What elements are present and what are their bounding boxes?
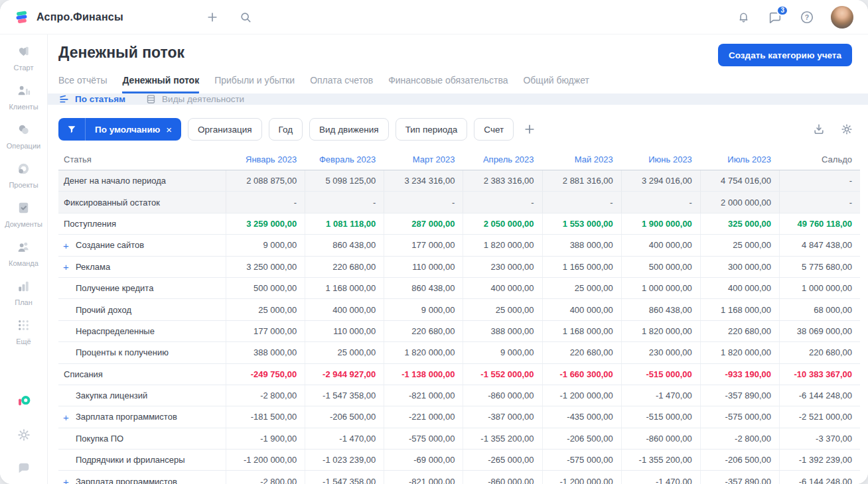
partner-logo-icon[interactable] [16, 394, 32, 410]
value-cell: 287 000,00 [384, 213, 463, 234]
value-cell: 4 754 016,00 [700, 170, 779, 191]
column-header[interactable]: Июль 2023 [700, 149, 779, 170]
value-cell: 2 881 316,00 [542, 170, 621, 191]
table-settings-icon[interactable] [839, 121, 855, 137]
value-cell: -1 023 239,00 [305, 450, 384, 470]
svg-text:?: ? [805, 13, 809, 21]
table-row: +Зарплата программистов-181 500,00-206 5… [58, 406, 860, 428]
column-header[interactable]: Май 2023 [542, 149, 621, 170]
filter-chips: ОрганизацияГодВид движенияТип периодаСче… [188, 118, 514, 141]
sidebar-item-plan[interactable]: План [5, 278, 42, 306]
subtab-activity-kind[interactable]: Виды деятельности [145, 93, 244, 105]
value-cell: 388 000,00 [463, 321, 542, 341]
value-cell: 1 168 000,00 [542, 321, 621, 341]
value-cell: -1 547 358,00 [305, 471, 384, 484]
table-header: СтатьяЯнварь 2023Февраль 2023Март 2023Ап… [58, 149, 860, 170]
search-icon[interactable] [238, 9, 253, 25]
active-filter-pill[interactable]: По умолчанию × [58, 118, 181, 141]
settings-icon[interactable] [16, 427, 32, 443]
value-cell: -206 500,00 [305, 406, 384, 427]
value-cell: 220 680,00 [542, 342, 621, 363]
column-header[interactable]: Февраль 2023 [305, 149, 384, 170]
page-title: Денежный поток [58, 44, 184, 62]
brand-logo-icon [13, 9, 31, 26]
expand-icon[interactable]: + [63, 412, 69, 422]
tab-profit-loss[interactable]: Прибыли и убытки [214, 75, 295, 93]
tab-liabilities[interactable]: Финансовые обязательства [388, 75, 508, 93]
value-cell: -1 200 000,00 [226, 450, 305, 470]
value-cell: -2 800,00 [226, 471, 305, 484]
add-filter-icon[interactable] [522, 121, 538, 137]
tab-invoices[interactable]: Оплата счетов [310, 75, 373, 93]
row-label-cell: +Зарплата программистов [58, 406, 226, 427]
table-row: Фиксированный остаток------2 000 000,00- [58, 192, 860, 213]
tab-all-reports[interactable]: Все отчёты [58, 75, 107, 93]
row-label-cell: +Реклама [58, 257, 226, 277]
value-cell: -1 200 000,00 [542, 471, 621, 484]
filter-chip[interactable]: Счет [474, 118, 514, 141]
value-cell: 4 847 438,00 [779, 235, 860, 255]
value-cell: 2 383 316,00 [463, 170, 542, 191]
expand-icon[interactable]: + [63, 477, 69, 484]
sidebar-item-label: Документы [5, 220, 42, 228]
value-cell: 500 000,00 [621, 257, 700, 277]
add-icon[interactable] [204, 9, 220, 25]
filter-chip[interactable]: Год [269, 118, 303, 141]
sidebar-item-operations[interactable]: Операции [5, 122, 42, 150]
row-label: Зарплата программистов [58, 477, 177, 484]
table-row: Нераспределенные177 000,00110 000,00220 … [58, 321, 860, 342]
tab-budget[interactable]: Общий бюджет [523, 75, 589, 93]
value-cell: - [463, 192, 542, 212]
bell-icon[interactable] [735, 9, 751, 25]
clear-filter-icon[interactable]: × [166, 125, 172, 135]
sidebar-item-clients[interactable]: Клиенты [5, 83, 42, 111]
sidebar-item-more[interactable]: Ещё [5, 318, 42, 345]
download-icon[interactable] [811, 121, 827, 137]
tab-cash-flow[interactable]: Денежный поток [122, 75, 199, 93]
value-cell: -515 000,00 [621, 364, 700, 385]
help-icon[interactable]: ? [799, 9, 815, 25]
create-category-button[interactable]: Создать категорию учета [718, 44, 852, 66]
app-logo[interactable]: Аспро.Финансы [13, 9, 123, 26]
value-cell: 5 775 680,00 [779, 257, 860, 277]
sidebar-item-projects[interactable]: Проекты [5, 161, 42, 189]
column-header[interactable]: Статья [58, 149, 226, 170]
column-header[interactable]: Март 2023 [384, 149, 463, 170]
row-label-cell: Списания [58, 364, 226, 385]
sidebar-item-start[interactable]: Старт [5, 44, 42, 72]
value-cell: 220 680,00 [305, 257, 384, 277]
row-label-cell: Фиксированный остаток [58, 192, 226, 212]
sidebar-item-team[interactable]: Команда [5, 239, 42, 267]
user-avatar[interactable] [831, 6, 853, 29]
value-cell: 5 098 125,00 [305, 170, 384, 191]
column-header[interactable]: Апрель 2023 [463, 149, 542, 170]
value-cell: 68 000,00 [779, 299, 860, 320]
table-row: Подрядчики и фрилансеры-1 200 000,00-1 0… [58, 450, 860, 471]
value-cell: - [779, 170, 860, 191]
expand-icon[interactable]: + [63, 262, 69, 272]
column-header[interactable]: Январь 2023 [226, 149, 305, 170]
filter-chip[interactable]: Тип периода [396, 118, 468, 141]
value-cell: 388 000,00 [226, 342, 305, 363]
value-cell: 300 000,00 [700, 257, 779, 277]
value-cell: -2 944 927,00 [305, 364, 384, 385]
subtab-by-items[interactable]: По статьям [58, 93, 125, 105]
chat-icon[interactable]: 3 [767, 9, 783, 25]
filter-chip[interactable]: Организация [188, 118, 261, 141]
row-label: Фиксированный остаток [58, 198, 160, 208]
value-cell: -1 470,00 [305, 428, 384, 449]
value-cell: -575 000,00 [700, 406, 779, 427]
funnel-icon[interactable] [58, 118, 86, 141]
value-cell: 25 000,00 [542, 278, 621, 298]
sidebar-item-documents[interactable]: Документы [5, 200, 42, 228]
row-label-cell: Поступления [58, 213, 226, 234]
column-header[interactable]: Июнь 2023 [621, 149, 700, 170]
column-header[interactable]: Сальдо [779, 149, 860, 170]
expand-icon[interactable]: + [63, 240, 69, 250]
filter-chip[interactable]: Вид движения [309, 118, 389, 141]
value-cell: 400 000,00 [700, 278, 779, 298]
value-cell: 25 000,00 [463, 299, 542, 320]
row-label-cell: Получение кредита [58, 278, 226, 298]
value-cell: 400 000,00 [305, 299, 384, 320]
chat-bubble-icon[interactable] [16, 460, 32, 476]
